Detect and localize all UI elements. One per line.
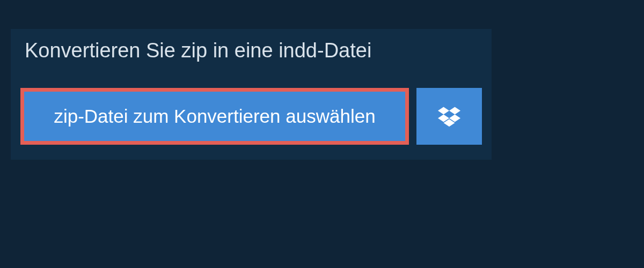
select-file-button[interactable]: zip-Datei zum Konvertieren auswählen: [20, 88, 409, 145]
converter-panel: Konvertieren Sie zip in eine indd-Datei …: [11, 29, 492, 160]
dropbox-button[interactable]: [416, 88, 482, 145]
select-file-label: zip-Datei zum Konvertieren auswählen: [54, 106, 375, 127]
dropbox-icon: [438, 105, 460, 128]
page-title: Konvertieren Sie zip in eine indd-Datei: [11, 29, 385, 73]
button-row: zip-Datei zum Konvertieren auswählen: [11, 73, 492, 160]
